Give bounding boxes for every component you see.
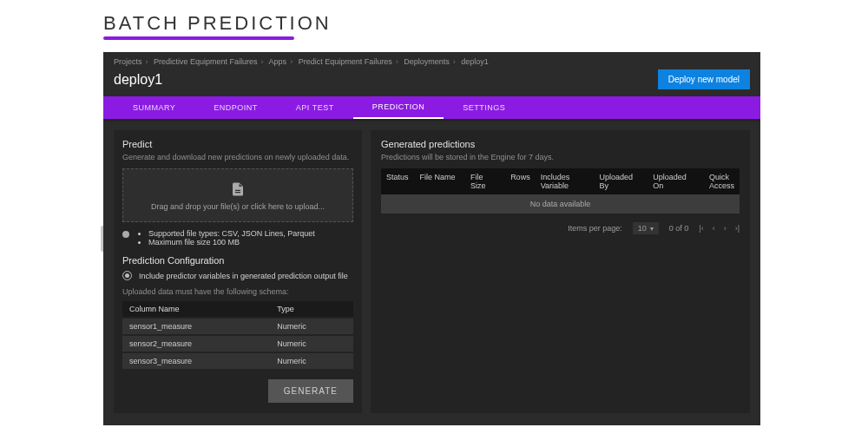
no-data-label: No data available	[530, 200, 591, 208]
items-per-page-select[interactable]: 10 ▾	[633, 222, 659, 234]
hint-maxsize: Maximum file size 100 MB	[148, 238, 315, 247]
page-first-button[interactable]: |‹	[699, 224, 703, 233]
tab-settings[interactable]: SETTINGS	[444, 96, 524, 119]
generated-table-header: Status File Name File Size Rows Includes…	[381, 168, 740, 194]
col-quick-access: Quick Access	[704, 168, 740, 194]
tab-prediction[interactable]: PREDICTION	[353, 96, 444, 119]
page-title: BATCH PREDICTION	[0, 0, 868, 42]
table-row: sensor1_measure Numeric	[122, 318, 353, 335]
schema-cell-name: sensor2_measure	[122, 335, 270, 352]
tab-summary[interactable]: SUMMARY	[114, 96, 194, 119]
col-uploaded-on: Uploaded On	[648, 168, 704, 194]
pager: Items per page: 10 ▾ 0 of 0 |‹ ‹ › ›|	[381, 222, 740, 234]
file-dropzone[interactable]: Drag and drop your file(s) or click here…	[122, 168, 353, 222]
generated-subtext: Predictions will be stored in the Engine…	[381, 153, 740, 161]
col-rows: Rows	[505, 168, 536, 194]
col-includes-variable: Includes Variable	[536, 168, 595, 194]
col-uploaded-by: Uploaded By	[595, 168, 648, 194]
page-last-button[interactable]: ›|	[735, 224, 740, 233]
tab-bar: SUMMARY ENDPOINT API TEST PREDICTION SET…	[103, 96, 760, 119]
prediction-config: Prediction Configuration Include predict…	[122, 255, 353, 403]
schema-table: Column Name Type sensor1_measure Numeric…	[122, 301, 353, 369]
col-status: Status	[381, 168, 414, 194]
header-row: deploy1 Deploy new model	[103, 68, 760, 96]
col-file-size: File Size	[465, 168, 505, 194]
crumb-projects[interactable]: Projects	[114, 57, 142, 66]
generated-table: Status File Name File Size Rows Includes…	[381, 168, 740, 214]
include-predictors-option[interactable]: Include predictor variables in generated…	[122, 271, 353, 280]
deploy-new-model-button[interactable]: Deploy new model	[658, 69, 750, 89]
crumb-2[interactable]: Apps	[269, 57, 287, 66]
table-row: sensor2_measure Numeric	[122, 335, 353, 352]
hint-filetypes: Supported file types: CSV, JSON Lines, P…	[148, 229, 315, 238]
schema-cell-name: sensor3_measure	[122, 352, 270, 369]
crumb-4[interactable]: Deployments	[404, 57, 450, 66]
deployment-name: deploy1	[114, 72, 162, 88]
page-next-button[interactable]: ›	[724, 224, 727, 233]
predict-title: Predict	[122, 139, 353, 149]
info-icon	[122, 231, 129, 238]
crumb-3[interactable]: Predict Equipment Failures	[299, 57, 392, 66]
items-per-page-value: 10	[638, 224, 647, 233]
tab-endpoint[interactable]: ENDPOINT	[194, 96, 277, 119]
tab-api-test[interactable]: API TEST	[277, 96, 353, 119]
body: Predict Generate and download new predic…	[103, 122, 760, 424]
app-window: Projects› Predictive Equipment Failures›…	[103, 52, 760, 425]
schema-col-type: Type	[270, 301, 353, 318]
breadcrumb: Projects› Predictive Equipment Failures›…	[103, 52, 760, 68]
config-title: Prediction Configuration	[122, 255, 353, 266]
generated-empty-row: No data available	[381, 194, 740, 214]
title-underline	[103, 36, 294, 40]
page-range: 0 of 0	[669, 224, 689, 233]
schema-cell-type: Numeric	[270, 352, 353, 369]
schema-note: Uploaded data must have the following sc…	[122, 287, 353, 296]
upload-hints: Supported file types: CSV, JSON Lines, P…	[122, 229, 353, 247]
predict-subtext: Generate and download new predictions on…	[122, 153, 353, 161]
page-title-text: BATCH PREDICTION	[103, 12, 332, 34]
col-file-name: File Name	[414, 168, 465, 194]
table-row: sensor3_measure Numeric	[122, 352, 353, 369]
schema-cell-type: Numeric	[270, 335, 353, 352]
include-predictors-label: Include predictor variables in generated…	[139, 272, 348, 280]
crumb-5: deploy1	[461, 57, 489, 66]
crumb-1[interactable]: Predictive Equipment Failures	[154, 57, 258, 66]
chevron-down-icon: ▾	[650, 225, 654, 233]
schema-cell-type: Numeric	[270, 318, 353, 335]
items-per-page-label: Items per page:	[568, 224, 622, 233]
dropzone-label: Drag and drop your file(s) or click here…	[151, 202, 325, 211]
schema-cell-name: sensor1_measure	[122, 318, 270, 335]
radio-icon	[122, 271, 132, 280]
generated-panel: Generated predictions Predictions will b…	[371, 130, 750, 413]
file-icon	[230, 180, 246, 199]
schema-col-name: Column Name	[122, 301, 270, 318]
generated-title: Generated predictions	[381, 139, 740, 149]
generate-button[interactable]: GENERATE	[268, 379, 353, 403]
predict-panel: Predict Generate and download new predic…	[114, 130, 362, 413]
page-prev-button[interactable]: ‹	[713, 224, 715, 233]
